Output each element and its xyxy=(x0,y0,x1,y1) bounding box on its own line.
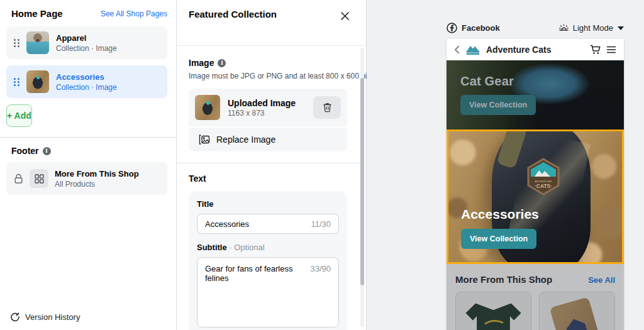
svg-text:ADVENTURE: ADVENTURE xyxy=(535,179,552,182)
info-icon[interactable]: i xyxy=(218,59,226,67)
item-title: Apparel xyxy=(56,33,117,44)
title-value: Accessories xyxy=(205,219,249,229)
replace-image-icon xyxy=(199,135,210,145)
shop-name: Adventure Cats xyxy=(486,45,551,55)
svg-text:·CATS·: ·CATS· xyxy=(535,183,552,189)
back-chevron-icon[interactable] xyxy=(454,45,460,54)
preview-area: Facebook Light Mode Adventure Cats xyxy=(367,0,644,330)
accessories-thumbnail xyxy=(26,70,49,93)
grid-icon xyxy=(35,174,44,184)
lock-icon xyxy=(14,173,23,184)
footer-section-label: Footer xyxy=(11,146,39,156)
subtitle-value: Gear for fans of fearless felines xyxy=(205,264,310,283)
drag-handle-icon[interactable] xyxy=(14,39,19,47)
featured-collection-editor: Featured Collection Image i Image must b… xyxy=(177,0,367,330)
image-helper-text: Image must be JPG or PNG and at least 80… xyxy=(189,72,347,80)
title-field-label: Title xyxy=(197,199,339,209)
footer-item-subtitle: All Products xyxy=(55,180,139,189)
uploaded-image-dimensions: 1163 x 873 xyxy=(228,109,296,118)
product-card-tshirt[interactable]: Get xyxy=(455,292,531,330)
all-products-tile xyxy=(30,169,48,188)
item-subtitle: Collection · Image xyxy=(56,83,117,92)
see-all-shop-pages-link[interactable]: See All Shop Pages xyxy=(101,9,167,18)
notebook-photo xyxy=(549,297,606,330)
uploaded-image-thumbnail xyxy=(195,95,220,120)
see-all-link[interactable]: See All xyxy=(588,275,615,285)
preview-channel-label: Facebook xyxy=(462,23,500,33)
cart-icon[interactable] xyxy=(590,45,601,55)
sidebar-item-footer[interactable]: More From This Shop All Products xyxy=(6,162,167,195)
subtitle-input[interactable]: Gear for fans of fearless felines 33/90 xyxy=(197,257,339,327)
add-section-button[interactable]: + Add xyxy=(6,104,32,127)
product-card-notebook[interactable] xyxy=(539,292,615,330)
shop-preview-header: Adventure Cats xyxy=(447,39,624,60)
adventure-cats-badge-icon: ADVENTURE·CATS· xyxy=(526,158,560,195)
light-mode-icon xyxy=(558,23,569,33)
featured-section-accessories-highlighted[interactable]: ADVENTURE·CATS· Accessories View Collect… xyxy=(447,129,624,264)
version-history-icon xyxy=(10,312,20,322)
mode-selector-label[interactable]: Light Mode xyxy=(573,23,613,33)
text-section-label: Text xyxy=(189,173,347,184)
shop-logo-icon xyxy=(465,44,481,56)
replace-image-label: Replace Image xyxy=(216,135,275,145)
hero-title: Cat Gear xyxy=(460,74,514,89)
delete-image-button[interactable] xyxy=(313,96,341,119)
sidebar-header: Home Page See All Shop Pages xyxy=(0,0,176,26)
title-input[interactable]: Accessories 11/30 xyxy=(197,214,339,234)
shop-pages-sidebar: Home Page See All Shop Pages Apparel Col… xyxy=(0,0,177,330)
apparel-thumbnail xyxy=(26,31,49,54)
shop-preview-frame: Adventure Cats Cat Gear View Collection … xyxy=(447,39,624,330)
subtitle-char-counter: 33/90 xyxy=(310,264,331,273)
item-title: Accessories xyxy=(56,72,117,83)
drag-handle-icon[interactable] xyxy=(14,78,19,86)
scrollbar-thumb[interactable] xyxy=(360,78,364,285)
uploaded-image-title: Uploaded Image xyxy=(228,97,296,109)
more-from-shop-section[interactable]: More From This Shop See All Get xyxy=(447,264,624,330)
divider xyxy=(177,163,366,163)
chevron-down-icon[interactable] xyxy=(618,26,624,30)
item-subtitle: Collection · Image xyxy=(56,44,117,53)
image-section-label: Image xyxy=(189,58,214,68)
featured-title: Accessories xyxy=(461,207,539,222)
subtitle-field-label: Subtitle xyxy=(197,243,227,252)
sidebar-item-apparel[interactable]: Apparel Collection · Image xyxy=(6,26,167,59)
featured-view-collection-button[interactable]: View Collection xyxy=(461,229,536,249)
version-history-button[interactable]: Version History xyxy=(10,312,80,322)
editor-title: Featured Collection xyxy=(189,9,277,19)
hero-view-collection-button[interactable]: View Collection xyxy=(460,95,536,115)
footer-item-title: More From This Shop xyxy=(55,168,139,180)
menu-icon[interactable] xyxy=(606,46,616,53)
close-icon[interactable] xyxy=(337,8,352,23)
title-char-counter: 11/30 xyxy=(311,219,331,229)
uploaded-image-row: Uploaded Image 1163 x 873 xyxy=(189,89,347,126)
text-form-card: Title Accessories 11/30 Subtitle · Optio… xyxy=(189,191,347,330)
info-icon[interactable]: i xyxy=(43,147,51,155)
trash-icon xyxy=(323,102,332,113)
page-title: Home Page xyxy=(11,8,63,19)
version-history-label: Version History xyxy=(25,312,80,322)
more-section-title: More From This Shop xyxy=(455,274,552,285)
subtitle-optional-label: · Optional xyxy=(229,243,264,252)
hero-section-cat-gear[interactable]: Cat Gear View Collection xyxy=(447,60,624,129)
scrollbar-track[interactable] xyxy=(360,48,364,327)
sidebar-item-accessories[interactable]: Accessories Collection · Image xyxy=(6,65,167,98)
facebook-logo-icon xyxy=(447,23,457,33)
replace-image-button[interactable]: Replace Image xyxy=(189,128,347,151)
